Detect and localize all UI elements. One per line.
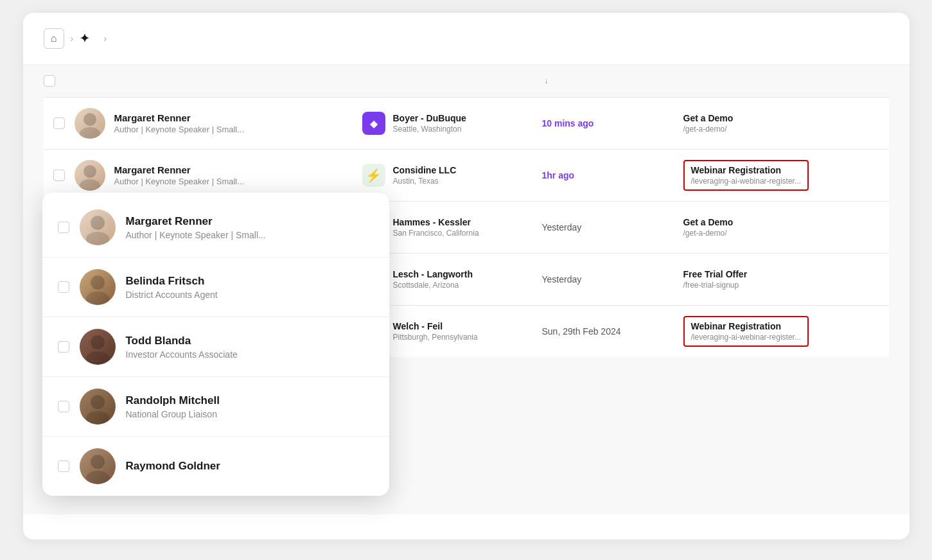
page-url: /get-a-demo/	[683, 125, 889, 134]
card-info: Raymond Goldner	[126, 460, 220, 473]
card-avatar	[80, 448, 116, 484]
business-name: Hammes - Kessler	[393, 217, 479, 227]
card-checkbox[interactable]	[58, 341, 69, 353]
svg-point-3	[80, 179, 100, 191]
business-location: Austin, Texas	[393, 177, 457, 186]
card-info: Todd Blanda Investor Accounts Associate	[126, 335, 238, 360]
home-icon: ⌂	[51, 33, 57, 44]
workspace-breadcrumb[interactable]: ✦	[80, 31, 97, 46]
avatar	[75, 108, 105, 139]
date-visited: 10 mins ago	[542, 118, 683, 128]
header-checkbox-col	[44, 75, 75, 87]
svg-point-10	[91, 216, 105, 230]
business-name: Considine LLC	[393, 165, 457, 175]
business-logo: ◆	[362, 112, 385, 135]
breadcrumb-sep-1: ›	[71, 33, 74, 44]
card-title: National Group Liaison	[126, 409, 220, 419]
svg-point-19	[86, 471, 109, 484]
business-name: Boyer - DuBuque	[393, 113, 466, 123]
svg-point-0	[84, 113, 96, 126]
page-url: /get-a-demo/	[683, 229, 889, 238]
page-cell: Get a Demo /get-a-demo/	[683, 113, 889, 134]
card-checkbox[interactable]	[58, 222, 69, 233]
card-info: Belinda Fritsch District Accounts Agent	[126, 275, 218, 300]
card-name: Randolph Mitchell	[126, 394, 220, 407]
business-location: Scottsdale, Arizona	[393, 281, 473, 290]
avatar	[75, 160, 105, 191]
card-checkbox[interactable]	[58, 281, 69, 293]
business-name: Lesch - Langworth	[393, 269, 473, 279]
date-visited: Sun, 29th Feb 2024	[542, 326, 683, 337]
svg-point-11	[86, 232, 109, 245]
page-name: Get a Demo	[683, 217, 889, 227]
lead-title: Author | Keynote Speaker | Small...	[114, 125, 245, 134]
lead-cell: Margaret Renner Author | Keynote Speaker…	[75, 98, 362, 149]
page-name: Webinar Registration	[691, 321, 801, 331]
page-cell: Webinar Registration /leveraging-ai-webi…	[683, 316, 889, 347]
business-cell: ≋ Welch - Feil Pittsburgh, Pennsylvania	[362, 320, 542, 343]
page-cell: Webinar Registration /leveraging-ai-webi…	[683, 160, 889, 191]
card-list-item[interactable]: Randolph Mitchell National Group Liaison	[42, 377, 389, 437]
svg-point-16	[91, 395, 105, 409]
svg-point-15	[86, 351, 109, 365]
date-visited: Yesterday	[542, 274, 683, 284]
business-logo: ⚡	[362, 164, 385, 187]
card-list-item[interactable]: Margaret Renner Author | Keynote Speaker…	[42, 198, 389, 258]
card-avatar	[80, 209, 116, 245]
card-avatar	[80, 329, 116, 365]
business-name: Welch - Feil	[393, 321, 478, 331]
page-name: Webinar Registration	[691, 165, 801, 175]
card-name: Todd Blanda	[126, 335, 238, 347]
card-name: Belinda Fritsch	[126, 275, 218, 288]
table-row[interactable]: Margaret Renner Author | Keynote Speaker…	[44, 98, 889, 150]
lead-title: Author | Keynote Speaker | Small...	[114, 177, 245, 186]
card-list-item[interactable]: Belinda Fritsch District Accounts Agent	[42, 258, 389, 317]
svg-point-18	[91, 455, 105, 469]
business-location: San Francisco, California	[393, 229, 479, 238]
breadcrumb-sep-2: ›	[103, 33, 107, 44]
page-name: Get a Demo	[683, 113, 889, 123]
spark-icon: ✦	[80, 31, 89, 46]
svg-point-2	[84, 165, 96, 178]
card-title: District Accounts Agent	[126, 290, 218, 300]
business-cell: ● Hammes - Kessler San Francisco, Califo…	[362, 216, 542, 239]
svg-point-17	[86, 411, 109, 424]
business-cell: ⚡ Considine LLC Austin, Texas	[362, 164, 542, 187]
card-name: Margaret Renner	[126, 215, 266, 228]
card-avatar	[80, 269, 116, 305]
page-cell: Free Trial Offer /free-trial-signup	[683, 269, 889, 290]
card-checkbox[interactable]	[58, 401, 69, 412]
card-info: Randolph Mitchell National Group Liaison	[126, 394, 220, 419]
select-all-checkbox[interactable]	[44, 75, 55, 87]
card-checkbox[interactable]	[58, 460, 69, 472]
business-location: Pittsburgh, Pennsylvania	[393, 333, 478, 342]
svg-point-12	[91, 276, 105, 290]
business-location: Seattle, Washington	[393, 125, 466, 134]
page-url: /leveraging-ai-webinar-register...	[691, 333, 801, 342]
card-list-item[interactable]: Todd Blanda Investor Accounts Associate	[42, 317, 389, 377]
card-title: Investor Accounts Associate	[126, 349, 238, 360]
card-name: Raymond Goldner	[126, 460, 220, 473]
svg-point-1	[80, 127, 100, 139]
card-avatar	[80, 389, 116, 424]
svg-point-13	[86, 292, 109, 305]
business-cell: ◆ Boyer - DuBuque Seattle, Washington	[362, 112, 542, 135]
floating-card: Margaret Renner Author | Keynote Speaker…	[42, 193, 389, 496]
svg-point-14	[91, 335, 105, 349]
sort-icon: ↓	[545, 76, 549, 85]
page-cell: Get a Demo /get-a-demo/	[683, 217, 889, 238]
date-visited: 1hr ago	[542, 170, 683, 180]
page-name: Free Trial Offer	[683, 269, 889, 279]
lead-name: Margaret Renner	[114, 164, 245, 175]
row-checkbox[interactable]	[53, 118, 65, 129]
date-visited: Yesterday	[542, 222, 683, 232]
card-list-item[interactable]: Raymond Goldner	[42, 437, 389, 491]
table-header: ↓	[44, 65, 889, 98]
row-checkbox[interactable]	[53, 170, 65, 181]
header-date-visited[interactable]: ↓	[542, 76, 683, 85]
main-container: ⌂ › ✦ › ↓	[23, 13, 910, 539]
card-info: Margaret Renner Author | Keynote Speaker…	[126, 215, 266, 240]
business-cell: ◑ Lesch - Langworth Scottsdale, Arizona	[362, 268, 542, 291]
card-title: Author | Keynote Speaker | Small...	[126, 230, 266, 240]
home-button[interactable]: ⌂	[44, 28, 64, 49]
